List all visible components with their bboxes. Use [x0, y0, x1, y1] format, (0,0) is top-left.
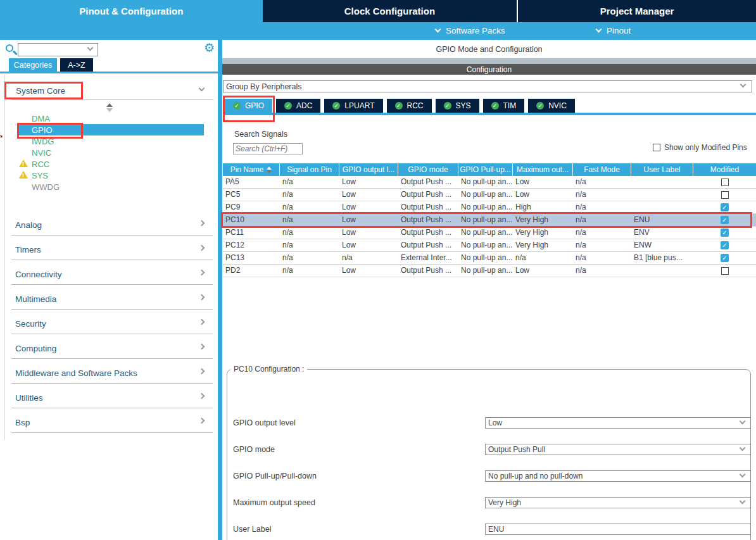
pc10-configuration-title: PC10 Configuration :: [230, 365, 307, 374]
field-value: ENU: [488, 525, 504, 534]
tab-categories[interactable]: Categories: [9, 58, 57, 72]
column-label: Modified: [710, 165, 739, 174]
modified-checkbox[interactable]: [721, 254, 729, 262]
column-header-gpio-pull-up[interactable]: GPIO Pull-up...: [458, 163, 513, 176]
column-header-fast-mode[interactable]: Fast Mode: [573, 163, 631, 176]
table-row-pc5[interactable]: PC5n/aLowOutput Push ...No pull-up an...…: [223, 189, 756, 201]
sidebar-category-computing[interactable]: Computing: [0, 337, 218, 361]
chevron-down-icon[interactable]: [87, 45, 94, 51]
sidebar-category-middleware-and-software-packs[interactable]: Middleware and Software Packs: [0, 361, 218, 386]
peripheral-tab-gpio[interactable]: GPIO: [225, 99, 272, 113]
peripheral-search-combo[interactable]: [18, 43, 98, 56]
cell-gpio-output-l: n/a: [339, 252, 398, 264]
modified-checkbox[interactable]: [721, 267, 729, 275]
sidebar-category-timers[interactable]: Timers: [0, 238, 218, 263]
chevron-down-icon[interactable]: [740, 498, 746, 505]
top-tab-project-manager[interactable]: Project Manager: [518, 0, 756, 22]
field-value: Low: [488, 418, 502, 427]
chevron-right-icon: [199, 344, 205, 350]
sidebar-tabs-underline: [0, 72, 218, 73]
cell-signal-on-pin: n/a: [280, 214, 339, 226]
panel-title: GPIO Mode and Configuration: [222, 40, 756, 58]
peripheral-tab-rcc[interactable]: RCC: [387, 99, 432, 113]
sidebar-item-iwdg[interactable]: IWDG: [0, 135, 218, 147]
table-row-pc11[interactable]: PC11n/aLowOutput Push ...No pull-up an..…: [223, 227, 756, 239]
cell-user-label: [631, 189, 693, 201]
modified-checkbox[interactable]: [721, 216, 729, 224]
table-row-pc12[interactable]: PC12n/aLowOutput Push ...No pull-up an..…: [223, 239, 756, 252]
gear-icon[interactable]: [204, 41, 215, 55]
subnav-software-packs[interactable]: Software Packs: [436, 22, 505, 39]
column-header-user-label[interactable]: User Label: [631, 163, 693, 176]
column-header-pin-name[interactable]: Pin Name: [223, 163, 280, 176]
sidebar-item-dma[interactable]: DMA: [0, 113, 218, 124]
group-by-dropdown[interactable]: Group By Peripherals: [223, 80, 752, 92]
column-header-modified[interactable]: Modified: [693, 163, 756, 176]
chevron-down-icon[interactable]: [740, 472, 746, 478]
sidebar-item-sys[interactable]: SYS: [0, 170, 218, 181]
sidebar-category-connectivity[interactable]: Connectivity: [0, 263, 218, 287]
table-row-pa5[interactable]: PA5n/aLowOutput Push ...No pull-up an...…: [223, 176, 756, 189]
cell-user-label: [631, 265, 693, 277]
cell-gpio-pull-up: No pull-up an...: [458, 176, 513, 188]
chevron-down-icon[interactable]: [199, 85, 205, 92]
table-body: PA5n/aLowOutput Push ...No pull-up an...…: [223, 176, 756, 277]
top-tab-clock-configuration[interactable]: Clock Configuration: [263, 0, 519, 22]
sidebar-item-rcc[interactable]: RCC: [0, 158, 218, 170]
sidebar-item-wwdg[interactable]: WWDG: [0, 181, 218, 192]
modified-checkbox[interactable]: [721, 179, 729, 186]
peripheral-tab-tim[interactable]: TIM: [483, 99, 525, 113]
column-label: GPIO mode: [408, 165, 448, 174]
table-row-pd2[interactable]: PD2n/aLowOutput Push ...No pull-up an...…: [223, 265, 756, 277]
top-tab-pinout-configuration[interactable]: Pinout & Configuration: [0, 0, 263, 22]
cell-pin-name: PC5: [223, 189, 280, 201]
sidebar-category-multimedia[interactable]: Multimedia: [0, 287, 218, 312]
column-label: Pin Name: [230, 165, 264, 174]
modified-checkbox[interactable]: [721, 241, 729, 249]
sidebar-category-security[interactable]: Security: [0, 312, 218, 337]
panel-splitter[interactable]: [218, 40, 222, 540]
chevron-down-icon[interactable]: [740, 418, 746, 425]
peripheral-tab-nvic[interactable]: NVIC: [528, 99, 575, 113]
sort-spinner-icon[interactable]: [106, 103, 113, 112]
peripheral-search-input[interactable]: [20, 44, 86, 55]
section-system-core[interactable]: System Core: [0, 82, 218, 99]
cell-pin-name: PD2: [223, 265, 280, 277]
tab-a-to-z[interactable]: A->Z: [60, 58, 93, 72]
cell-pin-name: PC11: [223, 227, 280, 239]
column-header-signal-on-pin[interactable]: Signal on Pin: [280, 163, 339, 176]
sidebar-item-gpio[interactable]: GPIO: [18, 124, 204, 135]
sort-icon[interactable]: [267, 166, 272, 173]
field-gpio-output-level-dropdown[interactable]: Low: [485, 417, 751, 429]
column-header-gpio-output-l[interactable]: GPIO output l...: [339, 163, 398, 176]
sidebar-category-utilities[interactable]: Utilities: [0, 386, 218, 411]
peripheral-tab-adc[interactable]: ADC: [276, 99, 320, 113]
configuration-bar: Configuration: [222, 64, 756, 75]
field-user-label-input[interactable]: ENU: [485, 524, 751, 535]
chevron-down-icon[interactable]: [740, 82, 747, 88]
modified-checkbox[interactable]: [721, 229, 729, 237]
column-header-gpio-mode[interactable]: GPIO mode: [398, 163, 458, 176]
chevron-down-icon[interactable]: [740, 445, 746, 451]
field-gpio-pull-up-pull-down-dropdown[interactable]: No pull-up and no pull-down: [485, 470, 751, 482]
modified-checkbox[interactable]: [721, 203, 729, 211]
top-header: Pinout & ConfigurationClock Configuratio…: [0, 0, 756, 40]
show-only-modified-checkbox[interactable]: [653, 144, 660, 151]
check-icon: [233, 102, 241, 110]
sidebar-category-analog[interactable]: Analog: [0, 213, 218, 238]
modified-checkbox[interactable]: [721, 191, 729, 199]
mode-section-collapsed-band[interactable]: [222, 58, 756, 64]
column-header-maximum-out[interactable]: Maximum out...: [513, 163, 573, 176]
field-gpio-mode-dropdown[interactable]: Output Push Pull: [485, 444, 751, 455]
cell-gpio-pull-up: No pull-up an...: [458, 227, 513, 239]
table-row-pc9[interactable]: PC9n/aLowOutput Push ...No pull-up an...…: [223, 201, 756, 214]
peripheral-tab-lpuart[interactable]: LPUART: [324, 99, 382, 113]
subnav-pinout[interactable]: Pinout: [596, 22, 631, 39]
peripheral-tab-sys[interactable]: SYS: [436, 99, 479, 113]
table-row-pc13[interactable]: PC13n/an/aExternal Inter...No pull-up an…: [223, 252, 756, 265]
sidebar-item-nvic[interactable]: NVIC: [0, 147, 218, 158]
table-row-pc10[interactable]: PC10n/aLowOutput Push ...No pull-up an..…: [223, 214, 756, 227]
search-signals-input[interactable]: [233, 143, 303, 154]
field-maximum-output-speed-dropdown[interactable]: Very High: [485, 497, 751, 508]
sidebar-category-bsp[interactable]: Bsp: [0, 411, 218, 436]
